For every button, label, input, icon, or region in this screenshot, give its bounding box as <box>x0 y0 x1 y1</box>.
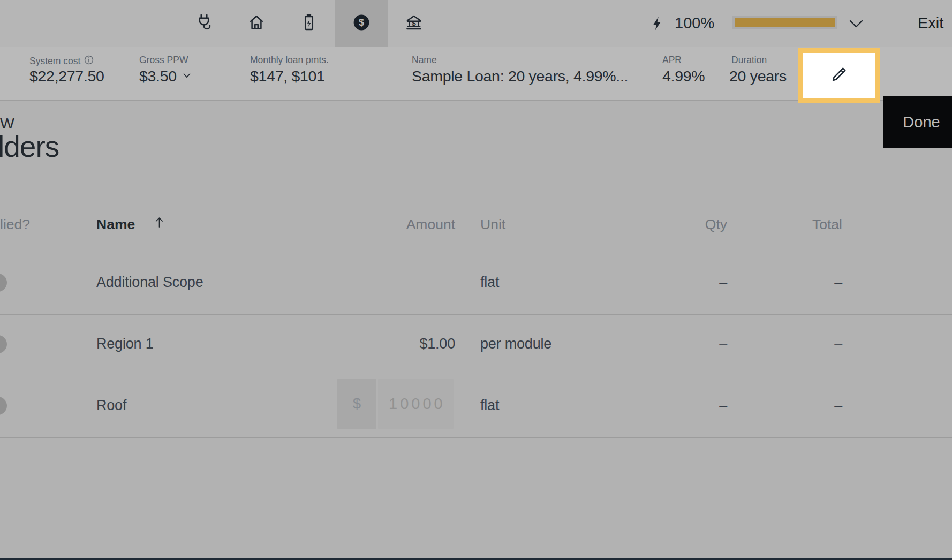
applied-toggle[interactable] <box>0 397 7 415</box>
pencil-icon <box>829 64 849 87</box>
column-header-applied: lied? <box>0 216 30 233</box>
top-toolbar: $ $ 100% <box>0 0 952 47</box>
offset-bolt-icon <box>649 14 666 33</box>
svg-text:$: $ <box>412 19 416 27</box>
gross-ppw-label: Gross PPW <box>139 55 188 66</box>
monthly-loan-value: $147, $101 <box>250 67 325 85</box>
toolbar-tab-financing[interactable]: $ <box>388 0 440 47</box>
adder-qty: – <box>647 336 727 352</box>
toolbar-tab-pricing[interactable]: $ <box>335 0 388 47</box>
adder-total: – <box>762 336 842 352</box>
offset-progress-bar <box>732 16 837 29</box>
partial-stat-value: W <box>0 115 14 132</box>
bottom-bar <box>0 558 952 560</box>
gross-ppw-value: $3.50 <box>139 67 177 85</box>
adder-name: Roof <box>96 397 126 414</box>
applied-toggle[interactable] <box>0 274 7 292</box>
done-button[interactable]: Done <box>883 96 952 148</box>
battery-icon <box>299 13 319 34</box>
adder-total: – <box>762 274 842 291</box>
loan-name-value: Sample Loan: 20 years, 4.99%... <box>412 67 628 85</box>
apr-value: 4.99% <box>662 67 705 85</box>
toolbar-tab-home[interactable] <box>230 0 283 47</box>
edit-loan-button[interactable] <box>798 48 880 103</box>
home-icon <box>247 13 266 34</box>
chevron-down-icon[interactable] <box>848 17 864 30</box>
amount-input[interactable] <box>378 379 454 429</box>
app-window: $ $ 100% <box>0 0 952 560</box>
column-header-unit: Unit <box>480 216 505 233</box>
dollar-circle-icon: $ <box>352 13 371 34</box>
adder-name: Additional Scope <box>96 274 203 291</box>
row-divider <box>0 252 952 252</box>
sort-ascending-icon[interactable] <box>152 214 167 234</box>
column-header-name[interactable]: Name <box>96 216 135 233</box>
page-title: lders <box>0 130 59 164</box>
bank-icon: $ <box>404 13 424 34</box>
duration-label: Duration <box>731 55 767 66</box>
adder-amount: $1.00 <box>348 336 455 352</box>
row-divider <box>0 314 952 315</box>
monthly-loan-label: Monthly loan pmts. <box>250 55 329 66</box>
system-cost-value: $22,277.50 <box>29 67 104 85</box>
toolbar-tab-plug[interactable] <box>178 0 230 47</box>
adder-name: Region 1 <box>96 336 153 352</box>
applied-toggle[interactable] <box>0 335 7 353</box>
adder-total: – <box>762 397 842 414</box>
apr-label: APR <box>662 55 682 66</box>
adder-unit: flat <box>480 274 499 291</box>
loan-name-label: Name <box>412 55 437 66</box>
column-header-amount: Amount <box>348 216 455 233</box>
adder-qty: – <box>647 397 727 414</box>
column-header-total: Total <box>762 216 842 233</box>
row-divider <box>0 437 952 438</box>
adder-qty: – <box>647 274 727 291</box>
design-mode-tabs: $ $ <box>178 0 440 47</box>
chevron-down-icon[interactable] <box>181 67 193 85</box>
table-top-border <box>0 200 952 200</box>
stats-divider <box>229 100 229 131</box>
adder-unit: per module <box>480 336 551 352</box>
adder-unit: flat <box>480 397 499 414</box>
svg-text:$: $ <box>359 17 364 28</box>
column-header-qty: Qty <box>647 216 727 233</box>
info-icon[interactable] <box>84 55 94 68</box>
toolbar-tab-battery[interactable] <box>283 0 335 47</box>
amount-currency-prefix: $ <box>337 379 376 429</box>
offset-progress-fill <box>735 18 835 27</box>
duration-value: 20 years <box>729 67 787 85</box>
system-cost-label: System cost <box>29 56 80 67</box>
row-divider <box>0 375 952 375</box>
exit-button[interactable]: Exit <box>918 14 943 32</box>
offset-percentage: 100% <box>675 14 714 32</box>
plug-icon <box>194 13 214 34</box>
